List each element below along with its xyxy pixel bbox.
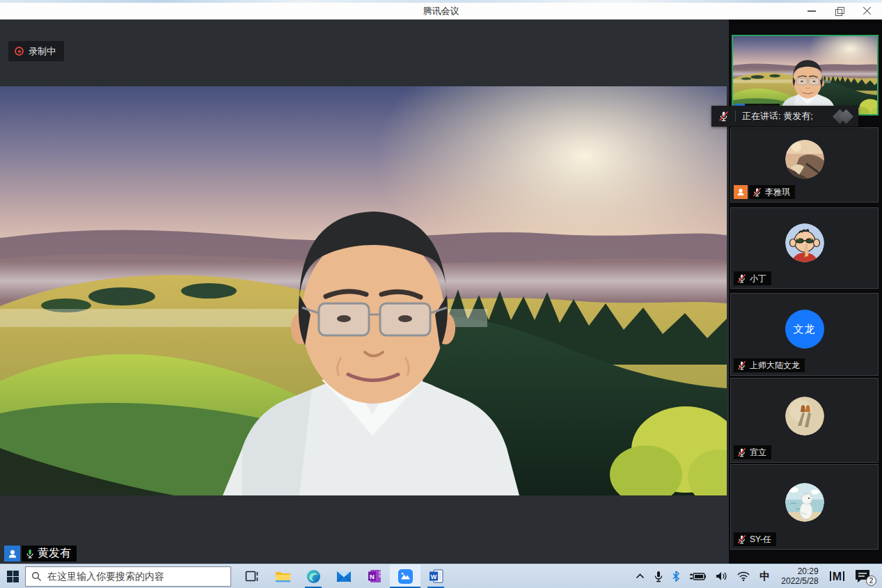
participant-name: 宜立 [750,447,766,459]
task-view-button[interactable] [237,564,267,588]
tencent-meeting-button[interactable] [390,564,420,588]
wifi-icon [737,571,750,581]
windows-taskbar: N W [0,564,882,588]
restore-button[interactable] [835,6,844,16]
speaker-icon [716,571,727,581]
close-button[interactable] [863,6,872,16]
tray-volume[interactable] [711,564,732,588]
mic-active-icon [24,548,36,559]
tray-microphone[interactable] [649,564,668,588]
edge-icon [306,569,321,584]
participant-tile[interactable]: SY-任 [730,464,879,550]
taskbar-search[interactable] [25,566,231,587]
participant-name: 小丁 [750,273,766,285]
mail-button[interactable] [329,564,359,588]
start-button[interactable] [0,564,25,588]
member-badge-icon [4,546,20,562]
participant-name-row: SY-任 [734,532,776,546]
svg-text:N: N [370,573,375,580]
tray-wifi[interactable] [732,564,755,588]
participant-tile-self[interactable]: 黄发有 [732,35,879,116]
avatar-beach-photo [785,140,824,179]
mic-muted-icon [718,111,730,122]
file-explorer-button[interactable] [267,564,298,588]
participant-name: 李雅琪 [765,186,790,198]
participant-name: SY-任 [750,534,771,546]
onenote-icon: N [368,569,381,583]
mic-muted-icon [752,187,762,198]
mail-icon [336,571,352,582]
tray-time: 20:29 [781,566,818,576]
main-speaker-name-row: 黄发有 [4,546,77,562]
meeting-main-area: 录制中 黄发有 [0,19,729,564]
task-view-icon [245,570,259,582]
avatar-cartoon-baby [785,223,824,262]
host-badge-icon [734,185,748,199]
tray-ime-indicator[interactable]: 中 [755,564,775,588]
speaking-toast: 正在讲话: 黄发有; [711,106,858,127]
tray-chevron-button[interactable] [631,564,649,588]
svg-text:W: W [430,573,436,580]
microphone-icon [654,571,663,582]
participant-name-row: 李雅琪 [734,185,795,199]
tray-battery[interactable] [684,564,711,588]
system-tray: 中 20:29 2022/5/28 M 2 [631,564,882,588]
recording-indicator[interactable]: 录制中 [8,41,64,61]
participant-name: 上师大陆文龙 [750,360,800,372]
window-title: 腾讯会议 [0,5,882,17]
bluetooth-icon [672,571,679,582]
microsoft-edge-button[interactable] [298,564,329,588]
tencent-meeting-icon [397,569,414,585]
search-input[interactable] [47,571,225,582]
word-icon: W [429,569,443,583]
tray-bluetooth[interactable] [668,564,684,588]
participants-sidebar: 黄发有 [729,19,882,564]
participant-name-row: 宜立 [734,445,771,459]
participant-name-row: 上师大陆文龙 [734,358,805,372]
record-icon [15,47,24,56]
participant-tile[interactable]: 李雅琪 [730,127,879,202]
main-speaker-name: 黄发有 [38,546,71,561]
avatar-initials: 文龙 [785,310,824,349]
minimize-button[interactable] [807,6,817,16]
participant-tile[interactable]: 文龙 上师大陆文龙 [730,293,879,376]
avatar-moomin-cartoon [785,483,824,522]
participant-tile[interactable]: 小丁 [730,207,879,289]
titlebar: 腾讯会议 [0,3,882,19]
mic-muted-icon [737,360,747,371]
tray-clock[interactable]: 20:29 2022/5/28 [775,564,824,588]
speaking-toast-text: 正在讲话: 黄发有; [736,110,835,122]
recording-label: 录制中 [29,45,56,58]
action-center-button[interactable]: 2 [849,564,882,588]
tray-app-m[interactable]: M [825,564,849,588]
tencent-meeting-watermark-icon [835,111,851,122]
mic-muted-icon [737,447,747,458]
file-explorer-icon [275,570,291,583]
notification-count-badge: 2 [866,575,876,586]
main-speaker-video [0,86,727,495]
participant-name-row: 小丁 [734,271,771,285]
tray-date: 2022/5/28 [781,576,818,586]
mic-muted-icon [737,534,747,545]
onenote-button[interactable]: N [359,564,390,588]
windows-logo-icon [7,571,19,582]
battery-charging-icon [689,572,706,581]
notification-icon: 2 [854,569,872,584]
avatar-sand-photo [785,397,824,436]
m-logo-icon: M [830,571,844,581]
chevron-up-icon [636,573,645,579]
word-button[interactable]: W [420,564,451,588]
search-icon [31,571,42,582]
participant-tile[interactable]: 宜立 [730,378,879,463]
mic-muted-icon [737,273,747,284]
